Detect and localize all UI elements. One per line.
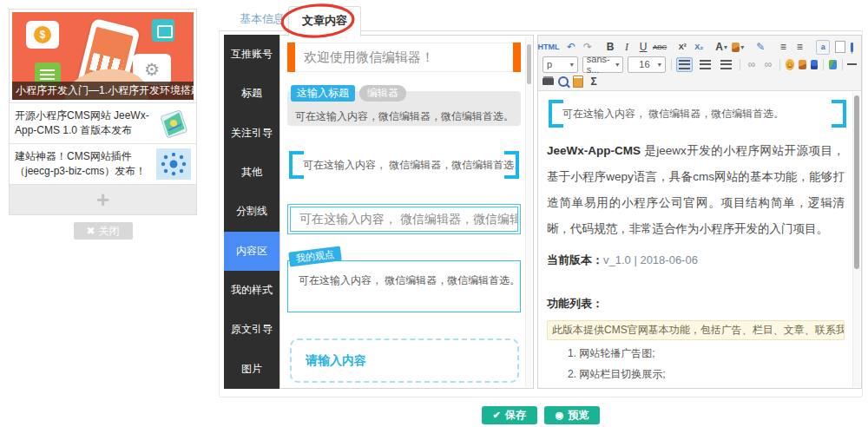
- tab-basic-info[interactable]: 基本信息: [231, 11, 293, 27]
- article-thumbnail-map: [156, 108, 191, 139]
- bold-button[interactable]: B: [604, 41, 616, 54]
- highlight-color-button[interactable]: ▾: [732, 41, 744, 54]
- tab-bar: 基本信息 文章内容: [219, 5, 863, 31]
- menu-item-images[interactable]: 图片: [224, 350, 279, 389]
- format-clear-button[interactable]: ✎: [754, 41, 766, 54]
- bracket-corner: [289, 164, 304, 179]
- save-button[interactable]: ✔ 保存: [482, 406, 537, 424]
- paste-button[interactable]: [573, 76, 583, 88]
- paragraph-format-select[interactable]: p▾: [542, 56, 578, 73]
- font-size-select[interactable]: 16▾: [628, 56, 665, 73]
- unlink-button[interactable]: ∞: [762, 58, 774, 71]
- welcome-title-text: 欢迎使用微信编辑器！: [304, 43, 520, 71]
- link-button[interactable]: ∞: [746, 58, 758, 71]
- strikethrough-button[interactable]: ABC: [654, 41, 666, 54]
- editor-content-area[interactable]: 可在这输入内容， 微信编辑器，微信编辑首选。 JeeWx-App-CMS 是je…: [538, 91, 853, 388]
- check-icon: ✔: [493, 410, 501, 421]
- undo-button[interactable]: ↶: [565, 41, 577, 54]
- orange-bar-right: [513, 43, 521, 72]
- html-source-button[interactable]: HTML: [542, 41, 555, 54]
- menu-item-divider[interactable]: 分割线: [224, 192, 279, 231]
- title-tag-secondary[interactable]: 编辑器: [359, 85, 406, 102]
- italic-button[interactable]: I: [621, 41, 633, 54]
- chevron-down-icon: ▾: [570, 61, 574, 69]
- bracket-content-block[interactable]: 可在这输入内容， 微信编辑器，微信编辑首选。: [289, 151, 519, 179]
- double-border-block[interactable]: 可在这输入内容， 微信编辑器，微信编辑首选。: [287, 204, 521, 234]
- editor-toolbar: HTML ↶ ↷ B I U ABC X² X₂ A▾ ▾ ✎: [538, 36, 861, 91]
- welcome-title-block[interactable]: 欢迎使用微信编辑器！: [287, 43, 521, 72]
- intro-paragraph: JeeWx-App-CMS 是jeewx开发的小程序网站开源项目，基于小程序we…: [547, 138, 845, 242]
- editor-columns: 互推账号 标题 关注引导 其他 分割线 内容区 我的样式 原文引导 图片 欢迎使…: [219, 30, 863, 397]
- preview-button[interactable]: ◉ 预览: [544, 406, 601, 424]
- menu-item-my-styles[interactable]: 我的样式: [224, 271, 279, 310]
- subscript-button[interactable]: X₂: [693, 41, 705, 54]
- title-tag-primary[interactable]: 这输入标题: [291, 85, 355, 102]
- title-tags: 这输入标题 编辑器: [291, 85, 406, 102]
- menu-item-other[interactable]: 其他: [224, 153, 279, 192]
- menu-item-follow-guide[interactable]: 关注引导: [224, 114, 279, 153]
- article-list-item[interactable]: 开源小程序CMS网站 JeeWx-App-CMS 1.0 首版本发布: [10, 102, 196, 143]
- ordered-list-button[interactable]: ≡: [777, 41, 789, 54]
- scrollbar-thumb[interactable]: [854, 95, 859, 269]
- project-name: JeeWx-App-CMS: [547, 144, 641, 157]
- article-list-item[interactable]: 建站神器！CMS网站插件（jeecg-p3-biz-cms）发布！: [10, 143, 196, 184]
- menu-item-content-area[interactable]: 内容区: [224, 232, 279, 271]
- menu-item-mutual-accounts[interactable]: 互推账号: [224, 35, 279, 74]
- print-button[interactable]: [542, 78, 554, 85]
- align-right-icon: [720, 60, 732, 69]
- blank-page-icon: [835, 41, 845, 53]
- unordered-list-button[interactable]: ≡: [793, 41, 806, 54]
- new-document-button[interactable]: [834, 41, 846, 54]
- viewpoint-block[interactable]: 可在这输入内容， 微信编辑器，微信编辑首选。: [287, 260, 521, 312]
- menu-item-title[interactable]: 标题: [224, 74, 279, 113]
- formula-button[interactable]: Σ: [588, 76, 600, 89]
- editor-scrollbar[interactable]: [852, 92, 860, 387]
- placeholder-text: 请输入内容: [306, 353, 366, 369]
- insert-map-button[interactable]: [829, 60, 837, 69]
- close-button[interactable]: ✖ 关闭: [74, 222, 133, 240]
- features-list: 1. 网站轮播广告图; 2. 网站栏目切换展示; 3. 网站栏目专题图文展示; …: [547, 346, 845, 388]
- empty-content-placeholder[interactable]: 请输入内容: [290, 338, 519, 383]
- insert-media-button[interactable]: [811, 60, 819, 69]
- emoticon-button[interactable]: ☺: [786, 59, 794, 70]
- speech-bubble: $: [26, 21, 59, 49]
- underline-button[interactable]: U: [637, 41, 649, 54]
- close-icon: ✖: [86, 222, 95, 240]
- double-border-text: 可在这输入内容， 微信编辑器，微信编辑首选。: [299, 207, 517, 231]
- article-list-card: $ ⚙ 小程序开发入门—1.小程序开发环境搭建 开源小程序CMS网站 JeeWx…: [9, 9, 197, 215]
- anchor-button[interactable]: a: [816, 40, 830, 55]
- chevron-down-icon: ▾: [740, 43, 744, 51]
- toolbar-row-2: p▾ sans-s...▾ 16▾ ∞ ∞ ☺: [542, 56, 857, 73]
- fullscreen-button[interactable]: [851, 43, 853, 52]
- featured-article-image[interactable]: $ ⚙ 小程序开发入门—1.小程序开发环境搭建: [12, 12, 194, 100]
- palette-icon: [732, 43, 740, 52]
- close-button-label: 关闭: [99, 222, 120, 240]
- chevron-down-icon: ▾: [724, 43, 727, 51]
- tab-article-content[interactable]: 文章内容: [288, 6, 361, 36]
- orange-bar-left: [287, 43, 295, 72]
- bracket-corner: [832, 113, 846, 128]
- font-family-select[interactable]: sans-s...▾: [582, 56, 623, 73]
- redo-button[interactable]: ↷: [582, 41, 594, 54]
- preview-scrollbar[interactable]: [525, 36, 532, 387]
- align-left-icon: [679, 60, 690, 69]
- align-center-button[interactable]: [697, 57, 713, 72]
- toolbar-row-1: HTML ↶ ↷ B I U ABC X² X₂ A▾ ▾ ✎: [542, 38, 857, 56]
- feature-item: 2. 网站栏目切换展示;: [568, 367, 845, 382]
- menu-item-source-guide[interactable]: 原文引导: [224, 310, 279, 349]
- version-line: 当前版本：v_1.0 | 2018-06-06: [547, 253, 845, 268]
- featured-article-caption: 小程序开发入门—1.小程序开发环境搭建: [12, 82, 194, 100]
- align-left-button[interactable]: [676, 57, 693, 72]
- superscript-button[interactable]: X²: [676, 41, 688, 54]
- font-color-button[interactable]: A▾: [715, 41, 727, 54]
- gear-icon: ⚙: [144, 60, 160, 79]
- preview-zoom-button[interactable]: [558, 76, 569, 87]
- features-title: 功能列表：: [547, 296, 845, 312]
- money-bag-icon: $: [34, 26, 51, 43]
- scrollbar-thumb[interactable]: [527, 44, 531, 84]
- bracket-content-block[interactable]: 可在这输入内容， 微信编辑器，微信编辑首选。: [549, 100, 846, 128]
- align-right-button[interactable]: [718, 57, 734, 72]
- insert-image-button[interactable]: [799, 60, 806, 69]
- horizontal-rule-button[interactable]: [847, 63, 857, 65]
- add-article-button[interactable]: +: [10, 184, 196, 214]
